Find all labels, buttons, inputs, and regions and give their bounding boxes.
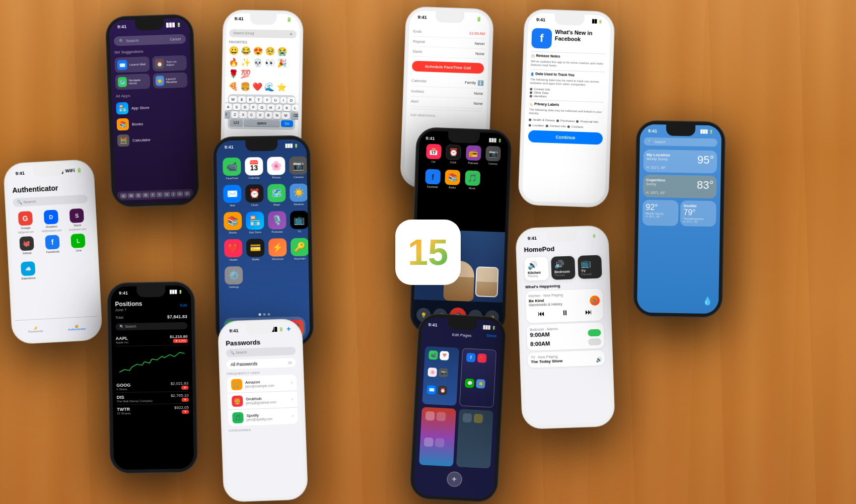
stock-twtr[interactable]: TWTR 15 Shares $922.05 ▼ <box>117 404 189 416</box>
weather-search[interactable]: 🔍Search <box>644 137 718 147</box>
weather-card-seattle[interactable]: Seattle 79° Thunderstorms H: 97°L: 85° <box>680 200 717 227</box>
key-go[interactable]: Go <box>281 120 293 127</box>
page-4[interactable] <box>456 409 493 468</box>
icon-keychain[interactable]: 🔑 Keychain <box>291 238 309 260</box>
icon-appstore[interactable]: 🏪 App Store <box>246 211 264 234</box>
page-1[interactable]: 📹 📅 🌸 📷 ✉️ ⏰ <box>422 346 459 405</box>
icon-settings[interactable]: ⚙️ Settings <box>225 266 243 289</box>
spotlight-calculator[interactable]: 🧮 Calculator <box>117 130 189 149</box>
dh-icon-7[interactable]: 🎵 Music <box>464 170 481 190</box>
key-n[interactable]: N <box>273 112 280 119</box>
weather-card-cupertino[interactable]: Cupertino Sunny 83° H: 100°L: 83° <box>643 175 717 199</box>
room-tv[interactable]: 📺 TV Paused <box>578 255 602 279</box>
siri-weather[interactable]: ☀️ Launch Weather <box>153 73 188 89</box>
auth-item-facebook[interactable]: f Facebook <box>41 235 65 258</box>
key-f[interactable]: F <box>250 104 257 111</box>
tab-authenticator[interactable]: 🔐Authenticator <box>67 324 86 331</box>
key-r[interactable]: R <box>247 96 254 103</box>
add-page-btn[interactable]: + <box>446 471 462 487</box>
weather-card-2[interactable]: 92° Mostly Sunny H: 95°L: 85° <box>643 200 679 226</box>
all-passwords-row[interactable]: All Passwords 99 <box>226 358 296 370</box>
key-shift[interactable]: ⇧ <box>224 111 230 118</box>
key-j[interactable]: J <box>275 104 282 111</box>
key-x[interactable]: X <box>239 111 247 118</box>
key-k[interactable]: K <box>283 105 291 111</box>
volume-icon[interactable]: 🔊 <box>590 296 600 306</box>
key-y[interactable]: Y <box>263 97 271 103</box>
stocks-edit[interactable]: Edit <box>180 303 187 308</box>
icon-photos[interactable]: 🌸 Photos <box>267 157 286 179</box>
add-attachment[interactable]: Add attachment... <box>410 108 482 123</box>
pause-btn[interactable]: ⏸ <box>561 309 568 317</box>
pw-spotify[interactable]: 🎵 Spotify jenn@spotify.com › <box>228 408 298 426</box>
room-bedroom[interactable]: 🔊 Bedroom Paused <box>551 256 576 280</box>
pw-amazon[interactable]: 🛒 Amazon jenn@example.com › <box>227 375 297 394</box>
dh-icon-1[interactable]: 📅 Cal <box>425 143 443 163</box>
emoji-search[interactable]: Search Emoji ⊗ <box>229 29 297 38</box>
siri-mail[interactable]: ✉️ Launch Mail <box>114 56 150 73</box>
pw-grubhub[interactable]: 🍔 Grubhub jenny@grubhub.com › <box>228 391 298 410</box>
alarm1-toggle[interactable] <box>588 329 601 337</box>
key-p[interactable]: P <box>296 97 300 104</box>
dh-icon-2[interactable]: ⏰ Clock <box>445 145 462 164</box>
spotlight-app-store[interactable]: 🏪 App Store <box>116 98 188 117</box>
stock-dis[interactable]: DIS The Walt Disney Company $2,765.10 ▼ <box>117 392 189 405</box>
icon-calendar[interactable]: MON 13 Calendar <box>245 157 263 180</box>
key-m[interactable]: M <box>281 112 290 119</box>
key-b[interactable]: B <box>265 112 272 119</box>
weather-card-mylocation[interactable]: My Location Mostly Sunny 95° H: 101°L: 8… <box>644 150 718 174</box>
stocks-search[interactable]: 🔍 Search <box>115 322 187 330</box>
siri-maps[interactable]: 🗺️ Navigate Home <box>115 74 150 90</box>
icon-books[interactable]: 📚 Books <box>224 212 242 235</box>
page-2[interactable]: f ❤️ 💬 ☀️ <box>459 348 496 407</box>
done-btn[interactable]: Done <box>486 333 496 338</box>
icon-shortcuts[interactable]: ⚡ Shortcuts <box>268 238 287 261</box>
auth-item-salesforce[interactable]: ☁️ Salesforce <box>16 261 40 284</box>
icon-wallet[interactable]: 💳 Wallet <box>246 239 265 261</box>
key-d[interactable]: D <box>241 104 249 110</box>
dh-icon-4[interactable]: 📷 Camera <box>484 146 502 166</box>
key-h[interactable]: H <box>267 104 274 111</box>
stock-aapl[interactable]: AAPL Apple Inc. $1,210.80 ▼ 1.5% <box>115 332 187 346</box>
stock-goog[interactable]: GOOG 1 Share $2,021.83 ▼ <box>116 380 188 393</box>
key-t[interactable]: T <box>255 97 263 103</box>
auth-item-github[interactable]: 🐙 Github <box>15 236 39 259</box>
key-a[interactable]: A <box>225 104 232 110</box>
key-w[interactable]: W <box>229 96 237 103</box>
schedule-facetime-btn[interactable]: Schedule FaceTime Call <box>412 61 484 74</box>
key-l[interactable]: L <box>292 105 299 111</box>
fb-continue-btn[interactable]: Continue <box>528 130 603 145</box>
spotlight-search[interactable]: 🔍Search Cancel <box>114 34 186 46</box>
dh-icon-5[interactable]: f Facebook <box>424 169 442 188</box>
passwords-search[interactable]: 🔍 Search <box>226 347 296 357</box>
key-space[interactable]: space <box>244 119 280 126</box>
key-c[interactable]: C <box>248 112 255 119</box>
room-kitchen[interactable]: 🔊 Kitchen Playing <box>524 257 549 281</box>
dh-icon-6[interactable]: 📚 Books <box>444 170 461 189</box>
dh-icon-3[interactable]: 📻 Podcasts <box>465 145 482 165</box>
key-z[interactable]: Z <box>231 111 239 118</box>
icon-tv[interactable]: 📺 TV <box>290 210 309 233</box>
tv-volume-icon[interactable]: 🔊 <box>596 357 602 363</box>
icon-camera[interactable]: 📷 Camera <box>289 156 308 179</box>
icon-health[interactable]: ❤️ Health <box>224 239 243 262</box>
next-btn[interactable]: ⏭ <box>585 308 592 316</box>
icon-weather[interactable]: ☀️ Weather <box>290 183 308 206</box>
auth-item-slack[interactable]: S Slack em@slack.com <box>65 208 89 231</box>
icon-clock[interactable]: ⏰ Clock <box>245 184 264 207</box>
key-123[interactable]: 123 <box>230 119 243 126</box>
key-g[interactable]: G <box>258 104 266 111</box>
icon-mail[interactable]: ✉️ Mail <box>223 185 242 207</box>
key-i[interactable]: I <box>280 97 287 104</box>
auth-item-line[interactable]: L Line <box>66 233 91 256</box>
key-s[interactable]: S <box>233 104 241 110</box>
spotlight-books[interactable]: 📚 Books <box>116 114 189 132</box>
key-u[interactable]: U <box>272 97 279 103</box>
auth-item-google[interactable]: G Google la@gmail.com <box>14 211 38 234</box>
icon-maps[interactable]: 🗺️ Maps <box>267 184 286 206</box>
alarm2-toggle[interactable] <box>588 338 601 346</box>
key-e[interactable]: E <box>238 96 246 103</box>
key-o[interactable]: O <box>288 97 296 104</box>
auth-item-dropbox[interactable]: D Dropbox hb@dropbox.com <box>39 209 63 233</box>
prev-btn[interactable]: ⏮ <box>537 309 545 317</box>
